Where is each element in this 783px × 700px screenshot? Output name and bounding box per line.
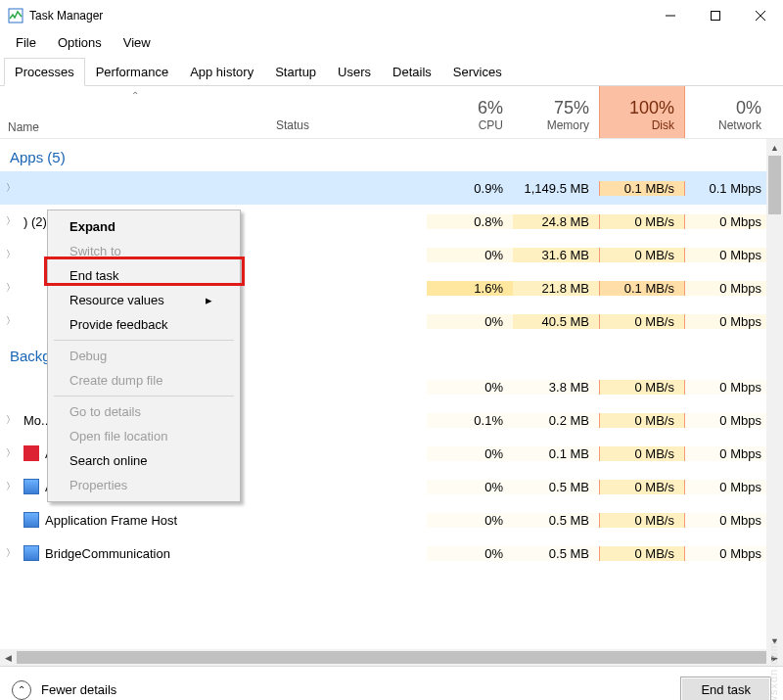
cm-end-task[interactable]: End task (48, 263, 240, 288)
col-header-network[interactable]: 0% Network (685, 86, 771, 138)
cm-switch-to: Switch to (48, 239, 240, 263)
scroll-left-button[interactable]: ◀ (0, 649, 17, 666)
app-icon (23, 379, 39, 395)
cpu-pct: 6% (478, 98, 503, 118)
process-disk: 0.1 MB/s (599, 281, 685, 296)
cm-provide-feedback[interactable]: Provide feedback (48, 312, 240, 337)
process-net: 0 Mbps (685, 413, 771, 428)
expander-icon[interactable]: 〉 (4, 446, 18, 460)
process-name: ) (2) (23, 214, 47, 229)
memory-label: Memory (547, 118, 589, 132)
menu-file[interactable]: File (6, 33, 46, 52)
expander-icon[interactable]: 〉 (4, 546, 18, 560)
context-menu: Expand Switch to End task Resource value… (47, 210, 241, 502)
expander-icon[interactable]: 〉 (4, 281, 18, 295)
process-mem: 21.8 MB (513, 281, 599, 296)
column-headers: ⌃ Name Status 6% CPU 75% Memory 100% Dis… (0, 86, 783, 139)
process-disk: 0 MB/s (599, 314, 685, 329)
process-cpu: 0% (427, 480, 513, 494)
process-cpu: 0% (427, 513, 513, 528)
process-cpu: 0% (427, 314, 513, 329)
process-net: 0 Mbps (685, 248, 771, 262)
cm-separator (54, 340, 234, 341)
watermark: wsxdn.com (767, 641, 779, 700)
process-disk: 0 MB/s (599, 413, 685, 428)
expander-icon[interactable]: 〉 (4, 413, 18, 427)
disk-label: Disk (652, 118, 674, 132)
process-disk: 0 MB/s (599, 546, 685, 561)
col-header-memory[interactable]: 75% Memory (513, 86, 599, 138)
process-mem: 40.5 MB (513, 314, 599, 329)
process-disk: 0 MB/s (599, 446, 685, 461)
scroll-thumb[interactable] (768, 156, 781, 214)
cm-expand[interactable]: Expand (48, 214, 240, 239)
col-header-name-label: Name (8, 120, 262, 134)
submenu-arrow-icon: ▸ (206, 293, 212, 307)
close-button[interactable] (738, 1, 783, 30)
network-pct: 0% (736, 98, 761, 118)
process-disk: 0 MB/s (599, 513, 685, 528)
tab-processes[interactable]: Processes (4, 58, 85, 86)
process-row[interactable]: 〉 0.9% 1,149.5 MB 0.1 MB/s 0.1 Mbps (0, 171, 783, 205)
menu-view[interactable]: View (114, 33, 161, 52)
expander-icon[interactable]: 〉 (4, 248, 18, 261)
process-mem: 0.5 MB (513, 480, 599, 494)
cm-search-online[interactable]: Search online (48, 448, 240, 473)
group-background[interactable]: Background processes (0, 338, 47, 370)
process-mem: 24.8 MB (513, 214, 599, 229)
collapse-icon[interactable]: ⌃ (12, 680, 31, 700)
process-net: 0 Mbps (685, 513, 771, 528)
col-header-status[interactable]: Status (270, 86, 427, 138)
expander-icon[interactable]: 〉 (4, 314, 18, 328)
tab-services[interactable]: Services (442, 58, 513, 86)
expander-icon[interactable]: 〉 (4, 214, 18, 228)
title-bar: Task Manager (0, 0, 783, 31)
end-task-button[interactable]: End task (680, 677, 771, 700)
process-disk: 0 MB/s (599, 248, 685, 262)
cm-resource-values[interactable]: Resource values▸ (48, 288, 240, 312)
process-disk: 0.1 MB/s (599, 181, 685, 196)
process-cpu: 0% (427, 248, 513, 262)
process-net: 0 Mbps (685, 214, 771, 229)
process-name: Application Frame Host (45, 513, 177, 528)
vertical-scrollbar[interactable]: ▲ ▼ (766, 139, 783, 649)
process-cpu: 1.6% (427, 281, 513, 296)
tab-startup[interactable]: Startup (264, 58, 327, 86)
menu-options[interactable]: Options (48, 33, 112, 52)
col-header-cpu[interactable]: 6% CPU (427, 86, 513, 138)
expander-icon[interactable]: 〉 (4, 480, 18, 493)
process-mem: 0.5 MB (513, 513, 599, 528)
scroll-track[interactable] (766, 156, 783, 632)
expander-icon[interactable]: 〉 (4, 181, 18, 195)
maximize-button[interactable] (693, 1, 738, 30)
process-net: 0 Mbps (685, 281, 771, 296)
tab-details[interactable]: Details (382, 58, 442, 86)
scroll-up-button[interactable]: ▲ (766, 139, 783, 156)
process-row[interactable]: 〉BridgeCommunication 0% 0.5 MB 0 MB/s 0 … (0, 537, 783, 570)
memory-pct: 75% (554, 98, 589, 118)
cm-properties: Properties (48, 473, 240, 497)
network-label: Network (718, 118, 761, 132)
process-row[interactable]: 〉Application Frame Host 0% 0.5 MB 0 MB/s… (0, 503, 783, 537)
process-cpu: 0% (427, 446, 513, 461)
minimize-button[interactable] (648, 1, 693, 30)
fewer-details-link[interactable]: Fewer details (41, 682, 116, 697)
col-header-name[interactable]: ⌃ Name (0, 86, 270, 138)
svg-rect-2 (712, 12, 720, 21)
col-header-disk[interactable]: 100% Disk (599, 86, 685, 138)
disk-pct: 100% (629, 98, 674, 118)
group-apps[interactable]: Apps (5) (0, 139, 783, 171)
horizontal-scrollbar[interactable]: ◀ ▶ (0, 649, 783, 666)
process-net: 0 Mbps (685, 380, 771, 395)
scroll-thumb[interactable] (17, 651, 766, 664)
tab-performance[interactable]: Performance (85, 58, 179, 86)
process-name: BridgeCommunication (45, 546, 170, 561)
process-mem: 0.2 MB (513, 413, 599, 428)
tab-users[interactable]: Users (327, 58, 382, 86)
window-title: Task Manager (29, 9, 103, 23)
process-disk: 0 MB/s (599, 480, 685, 494)
process-disk: 0 MB/s (599, 380, 685, 395)
tab-app-history[interactable]: App history (179, 58, 264, 86)
scroll-track[interactable] (17, 649, 766, 666)
cm-separator (54, 396, 234, 397)
